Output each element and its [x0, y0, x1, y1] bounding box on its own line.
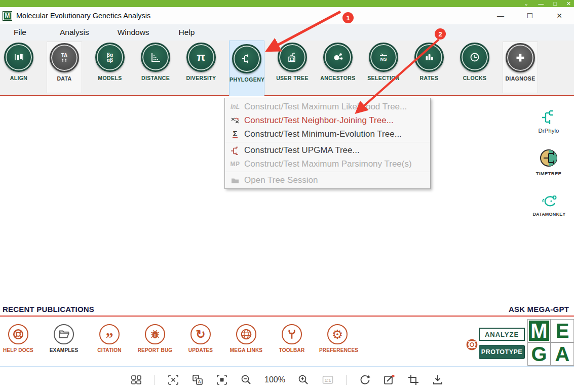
toolbar-button-diagnose[interactable]: DIAGNOSE: [503, 42, 538, 93]
menu-file[interactable]: File: [14, 28, 26, 37]
mega-links-button[interactable]: MEGA LINKS: [228, 324, 264, 353]
main-toolbar: ALIGN TA DATA βααβ DISTANCE MODELS DISTA…: [0, 41, 574, 96]
menu-item-label: Construct/Test Maximum Parsimony Tree(s): [244, 159, 412, 169]
menu-item-max-parsimony[interactable]: MP Construct/Test Maximum Parsimony Tree…: [225, 157, 430, 171]
actual-size-icon[interactable]: 1:1: [322, 374, 334, 386]
help-docs-button[interactable]: HELP DOCS: [0, 324, 36, 353]
toolbar-button-user-tree[interactable]: 1,2 USER TREE: [275, 43, 310, 95]
svg-text:!: !: [154, 332, 156, 338]
citation-button[interactable]: ” CITATION: [91, 324, 128, 353]
translate-icon[interactable]: A: [192, 374, 204, 386]
download-icon[interactable]: [432, 374, 444, 386]
lifebuoy-icon: [8, 324, 28, 344]
datamonkey-launcher[interactable]: DATAMONKEY: [530, 194, 568, 217]
edit-icon[interactable]: [383, 374, 395, 386]
toolbar-button-clocks[interactable]: CLOCKS: [457, 43, 492, 95]
selection-icon: NS: [369, 43, 398, 72]
layout-icon[interactable]: [130, 374, 142, 386]
gear-icon: ⚙: [327, 324, 348, 344]
diversity-icon: π: [186, 43, 216, 72]
toolbar-button-align[interactable]: ALIGN: [1, 43, 36, 95]
menu-item-minimum-evolution[interactable]: Σ Construct/Test Minimum-Evolution Tree.…: [225, 127, 430, 141]
divider: [155, 375, 155, 385]
updates-button[interactable]: ↻ UPDATES: [182, 324, 219, 353]
preferences-button[interactable]: ⚙ PREFERENCES: [319, 324, 356, 353]
toolbar-button-rates[interactable]: RATES: [411, 43, 447, 95]
svg-text:αβ: αβ: [107, 57, 113, 63]
footer-label: PREFERENCES: [319, 347, 356, 353]
toolbar-label: SELECTION: [366, 75, 401, 81]
crop-icon[interactable]: [407, 374, 419, 386]
prototype-button[interactable]: PROTOTYPE: [479, 345, 525, 359]
toolbar-button-distance[interactable]: DISTANCE: [138, 43, 173, 95]
launcher-label: DrPhylo: [533, 128, 564, 134]
drphylo-launcher[interactable]: DrPhylo: [533, 109, 564, 134]
app-titlebar: M Molecular Evolutionary Genetics Analys…: [0, 7, 574, 24]
menu-help[interactable]: Help: [179, 28, 195, 37]
outer-window-titlebar: ⌄ — □ ✕: [0, 0, 574, 7]
menu-separator: [225, 172, 430, 172]
fullscreen-icon[interactable]: [216, 374, 228, 386]
outer-minimize-button[interactable]: —: [538, 1, 544, 7]
toolbar-label: DISTANCE: [138, 75, 173, 81]
viewer-toolbar: A 100% 1:1: [0, 366, 574, 392]
toolbar-button-diversity[interactable]: π DIVERSITY: [183, 43, 219, 95]
svg-text:A: A: [198, 379, 201, 384]
outer-close-button[interactable]: ✕: [566, 1, 571, 7]
footer-label: MEGA LINKS: [228, 347, 264, 353]
mega-logo: M E G A: [527, 319, 574, 366]
zoom-in-icon[interactable]: [297, 374, 310, 386]
menu-item-max-likelihood[interactable]: lnL Construct/Test Maximum Likelihood Tr…: [225, 100, 430, 113]
ancestors-icon: [323, 43, 353, 72]
examples-button[interactable]: EXAMPLES: [46, 324, 82, 353]
ocr-icon[interactable]: [167, 374, 179, 386]
report-bug-button[interactable]: ! REPORT BUG: [137, 324, 173, 353]
toolbar-button-models[interactable]: βααβ DISTANCE MODELS: [92, 43, 128, 95]
phylogeny-dropdown-menu: lnL Construct/Test Maximum Likelihood Tr…: [224, 98, 431, 189]
help-lifebuoy-icon: [466, 338, 478, 353]
menu-item-label: Construct/Test Maximum Likelihood Tree..…: [244, 102, 407, 112]
menu-item-open-tree-session[interactable]: Open Tree Session: [225, 173, 430, 187]
chevron-down-icon[interactable]: ⌄: [524, 1, 528, 7]
footer-label: EXAMPLES: [46, 347, 82, 353]
folder-icon: [54, 324, 74, 344]
toolbar-button-phylogeny[interactable]: PHYLOGENY: [229, 41, 264, 96]
logo-letter: M: [527, 319, 551, 342]
clocks-icon: [460, 43, 489, 72]
toolbar-button-data[interactable]: TA DATA: [47, 42, 82, 93]
toolbar-label: DIAGNOSE: [503, 75, 538, 82]
toolbar-label: USER TREE: [275, 75, 310, 81]
svg-text:1:1: 1:1: [325, 377, 331, 382]
analyze-button[interactable]: ANALYZE: [479, 328, 525, 341]
distance-icon: [141, 43, 170, 72]
maximize-button[interactable]: ☐: [515, 12, 545, 20]
svg-text:1,2: 1,2: [289, 58, 294, 62]
rotate-icon[interactable]: [359, 374, 371, 386]
minimize-button[interactable]: —: [486, 12, 515, 20]
menu-item-upgma[interactable]: Construct/Test UPGMA Tree...: [225, 143, 430, 157]
menu-windows[interactable]: Windows: [118, 28, 149, 37]
svg-text:NS: NS: [380, 56, 387, 62]
zoom-out-icon[interactable]: [240, 374, 252, 386]
toolbar-button-ancestors[interactable]: ANCESTORS: [320, 43, 356, 95]
footer-label: REPORT BUG: [137, 347, 173, 353]
mp-icon: MP: [228, 161, 242, 168]
quote-icon: ”: [99, 324, 120, 344]
menu-item-label: Construct/Test UPGMA Tree...: [244, 145, 360, 155]
outer-maximize-button[interactable]: □: [553, 1, 557, 7]
toolbar-label: DIVERSITY: [183, 75, 219, 81]
logo-letter: E: [551, 319, 574, 342]
launcher-label: DATAMONKEY: [530, 212, 568, 217]
menu-item-neighbor-joining[interactable]: Construct/Test Neighbor-Joining Tree...: [225, 113, 430, 127]
phylogeny-icon: [232, 44, 261, 73]
models-icon: βααβ: [95, 43, 125, 72]
toolbar-settings-button[interactable]: TOOLBAR: [274, 324, 310, 353]
window-title: Molecular Evolutionary Genetics Analysis: [16, 12, 150, 20]
timetree-launcher[interactable]: TIMETREE: [532, 148, 565, 176]
close-button[interactable]: ✕: [545, 12, 574, 20]
toolbar-button-selection[interactable]: NS SELECTION: [366, 43, 401, 95]
menu-analysis[interactable]: Analysis: [60, 28, 89, 37]
data-icon: TA: [50, 43, 79, 72]
window-controls: — ☐ ✕: [486, 7, 574, 24]
ask-mega-gpt-link[interactable]: ASK MEGA-GPT: [509, 305, 569, 313]
